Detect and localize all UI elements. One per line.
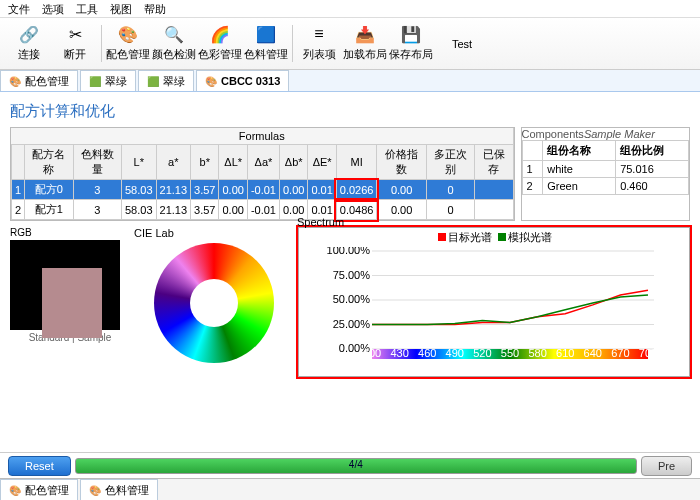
color-icon: 🌈 [206,22,234,46]
svg-text:50.00%: 50.00% [333,293,371,305]
tb-detect[interactable]: 🔍颜色检测 [151,22,197,65]
tab-strip: 🎨配色管理 🟩翠绿 🟩翠绿 🎨CBCC 0313 [0,70,700,92]
tab-sample2[interactable]: 🟩翠绿 [138,70,194,91]
detect-icon: 🔍 [160,22,188,46]
components-panel: ComponentsSample Maker 组份名称组份比例1white75.… [521,127,691,221]
tb-connect[interactable]: 🔗连接 [6,22,52,65]
svg-text:700: 700 [639,347,657,359]
list-icon: ≡ [305,22,333,46]
content: 配方计算和优化 Formulas 配方名称色料数量L*a*b*ΔL*Δa*Δb*… [0,92,700,452]
connect-icon: 🔗 [15,22,43,46]
tb-list[interactable]: ≡列表项 [296,22,342,65]
svg-text:100.00%: 100.00% [327,247,371,256]
svg-text:640: 640 [584,347,602,359]
cie-panel: CIE Lab [134,227,294,377]
paint-icon: 🟦 [252,22,280,46]
rgb-panel: RGB Standard | Sample [10,227,130,377]
spectrum-chart: 100.00%75.00%50.00%25.00%0.00%4004304604… [299,247,689,367]
formulas-panel: Formulas 配方名称色料数量L*a*b*ΔL*Δa*Δb*ΔE*MI价格指… [10,127,515,221]
components-table: 组份名称组份比例1white75.0162Green0.460 [522,140,690,195]
cie-wheel [154,243,274,363]
menu-tools[interactable]: 工具 [76,2,98,15]
svg-text:430: 430 [390,347,408,359]
tb-paint[interactable]: 🟦色料管理 [243,22,289,65]
palette-icon: 🎨 [114,22,142,46]
formulas-title: Formulas [11,128,514,144]
svg-text:550: 550 [501,347,519,359]
table-row[interactable]: 2配方1358.0321.133.570.00-0.010.000.010.04… [12,200,514,220]
pre-button[interactable]: Pre [641,456,692,476]
progress-bar: 4/4 [75,458,637,474]
bottom-tabs: 🎨配色管理 🎨色料管理 [0,478,700,500]
tb-color[interactable]: 🌈色彩管理 [197,22,243,65]
svg-text:520: 520 [473,347,491,359]
page-title: 配方计算和优化 [10,102,690,121]
disconnect-icon: ✂ [61,22,89,46]
btab-palette[interactable]: 🎨配色管理 [0,479,78,500]
test-label: Test [452,38,472,50]
statusbar: Reset 4/4 Pre [0,452,700,478]
table-row[interactable]: 1white75.016 [522,161,689,178]
menu-help[interactable]: 帮助 [144,2,166,15]
svg-text:490: 490 [446,347,464,359]
load-icon: 📥 [351,22,379,46]
tab-palette[interactable]: 🎨配色管理 [0,70,78,91]
reset-button[interactable]: Reset [8,456,71,476]
tab-cbcc[interactable]: 🎨CBCC 0313 [196,70,289,91]
spectrum-legend: 目标光谱 模拟光谱 [299,228,689,247]
svg-text:460: 460 [418,347,436,359]
btab-paint[interactable]: 🎨色料管理 [80,479,158,500]
tb-palette[interactable]: 🎨配色管理 [105,22,151,65]
toolbar: 🔗连接 ✂断开 🎨配色管理 🔍颜色检测 🌈色彩管理 🟦色料管理 ≡列表项 📥加载… [0,18,700,70]
table-row[interactable]: 2Green0.460 [522,178,689,195]
tab-sample1[interactable]: 🟩翠绿 [80,70,136,91]
save-icon: 💾 [397,22,425,46]
svg-text:670: 670 [611,347,629,359]
rgb-sample-swatch [42,268,102,338]
menu-file[interactable]: 文件 [8,2,30,15]
svg-text:75.00%: 75.00% [333,269,371,281]
spectrum-panel: Spectrum 目标光谱 模拟光谱 100.00%75.00%50.00%25… [298,227,690,377]
menu-view[interactable]: 视图 [110,2,132,15]
tb-save[interactable]: 💾保存布局 [388,22,434,65]
menubar: 文件 选项 工具 视图 帮助 [0,0,700,18]
menu-options[interactable]: 选项 [42,2,64,15]
svg-text:25.00%: 25.00% [333,318,371,330]
svg-text:610: 610 [556,347,574,359]
tb-disconnect[interactable]: ✂断开 [52,22,98,65]
svg-text:400: 400 [363,347,381,359]
table-row[interactable]: 1配方0358.0321.133.570.00-0.010.000.010.02… [12,180,514,200]
formulas-table: 配方名称色料数量L*a*b*ΔL*Δa*Δb*ΔE*MI价格指数多正次别已保存1… [11,144,514,220]
tb-load[interactable]: 📥加载布局 [342,22,388,65]
rgb-standard-swatch [10,240,120,330]
svg-text:580: 580 [528,347,546,359]
